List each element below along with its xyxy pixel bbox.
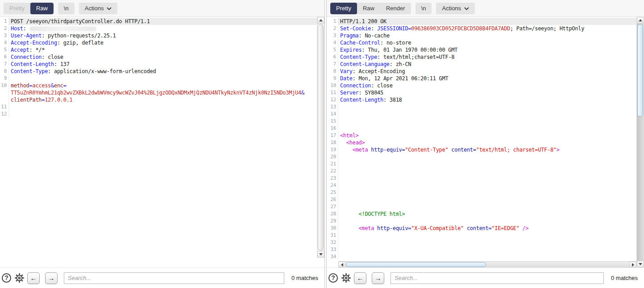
code-line: 31 bbox=[327, 232, 636, 239]
response-horizontal-scrollbar[interactable] bbox=[338, 261, 636, 267]
code-text: Content-Language: zh-CN bbox=[338, 61, 636, 68]
code-line: 2Host: bbox=[0, 25, 317, 32]
code-text: Host: bbox=[9, 25, 317, 32]
code-text bbox=[338, 103, 636, 111]
line-number: 15 bbox=[327, 118, 338, 125]
response-hscrollbar-thumb[interactable] bbox=[346, 262, 486, 267]
scroll-up-button[interactable] bbox=[637, 17, 644, 24]
response-search-bar: ? ← → 0 matches bbox=[327, 267, 644, 288]
code-text bbox=[338, 246, 636, 253]
arrow-right-icon: → bbox=[48, 274, 55, 282]
response-view-mode-group: Pretty Raw Render bbox=[330, 3, 411, 14]
code-line: 3User-Agent: python-requests/2.25.1 bbox=[0, 32, 317, 39]
code-text: Server: SY8045 bbox=[338, 89, 636, 96]
code-line: 30 <meta http-equiv="X-UA-Compatible" co… bbox=[327, 225, 636, 232]
help-icon[interactable]: ? bbox=[2, 273, 11, 283]
previous-match-button[interactable]: ← bbox=[27, 272, 40, 284]
triangle-left-icon bbox=[341, 263, 343, 267]
request-view-mode-group: Pretty Raw bbox=[4, 3, 54, 14]
line-number: 21 bbox=[327, 160, 338, 168]
help-icon[interactable]: ? bbox=[328, 273, 338, 283]
code-line: 16 bbox=[327, 125, 636, 132]
request-scrollbar-thumb[interactable] bbox=[318, 24, 324, 251]
request-raw-button[interactable]: Raw bbox=[30, 3, 54, 14]
code-line: 17<html> bbox=[327, 132, 636, 139]
request-search-input[interactable] bbox=[64, 272, 284, 284]
line-number: 30 bbox=[327, 225, 338, 232]
gear-icon[interactable] bbox=[14, 273, 25, 284]
line-number: 32 bbox=[327, 239, 338, 246]
code-line: 20 bbox=[327, 153, 636, 160]
scroll-left-button[interactable] bbox=[338, 262, 345, 267]
line-number bbox=[0, 89, 9, 96]
request-editor-lines: 1POST /seeyon/thirdpartyController.do HT… bbox=[0, 18, 317, 118]
code-text bbox=[338, 189, 636, 196]
code-line: 6Content-Type: text/html;charset=UTF-8 bbox=[327, 53, 636, 61]
spacer bbox=[0, 258, 324, 267]
line-number: 11 bbox=[327, 89, 338, 96]
code-line: 12Content-Length: 3818 bbox=[327, 96, 636, 103]
response-vertical-scrollbar[interactable] bbox=[636, 17, 644, 267]
code-text: Content-Length: 137 bbox=[9, 61, 317, 68]
request-newline-toggle-button[interactable]: \n bbox=[58, 3, 75, 14]
code-line: 11Server: SY8045 bbox=[327, 89, 636, 96]
code-text: POST /seeyon/thirdpartyController.do HTT… bbox=[9, 18, 317, 25]
request-actions-label: Actions bbox=[85, 5, 104, 12]
line-number: 31 bbox=[327, 232, 338, 239]
code-line: 8Vary: Accept-Encoding bbox=[327, 68, 636, 75]
chevron-down-icon bbox=[464, 5, 469, 12]
code-line: 22 bbox=[327, 168, 636, 175]
code-line: 3Pragma: No-cache bbox=[327, 32, 636, 39]
response-search-input[interactable] bbox=[391, 272, 604, 284]
code-line: 5Expires: Thu, 01 Jan 1970 00:00:00 GMT bbox=[327, 46, 636, 53]
code-line: 25 bbox=[327, 189, 636, 196]
line-number: 3 bbox=[0, 32, 9, 39]
code-line: 12 bbox=[0, 111, 317, 118]
code-text bbox=[338, 153, 636, 160]
request-vertical-scrollbar[interactable] bbox=[317, 17, 324, 258]
chevron-down-icon bbox=[107, 5, 112, 12]
code-text: clientPath=127.0.0.1 bbox=[9, 96, 317, 103]
line-number: 1 bbox=[327, 18, 338, 25]
code-text: <!DOCTYPE html> bbox=[338, 210, 636, 218]
code-line: 1POST /seeyon/thirdpartyController.do HT… bbox=[0, 18, 317, 25]
code-text bbox=[338, 232, 636, 239]
response-raw-button[interactable]: Raw bbox=[357, 3, 380, 14]
scroll-up-button[interactable] bbox=[317, 17, 324, 24]
code-text bbox=[338, 175, 636, 182]
code-text: Set-Cookie: JSESSIONID=096386903CD052FDC… bbox=[338, 25, 636, 32]
line-number: 26 bbox=[327, 196, 338, 203]
code-text: Accept: */* bbox=[9, 46, 317, 53]
response-actions-button[interactable]: Actions bbox=[436, 3, 475, 14]
scroll-down-button[interactable] bbox=[637, 261, 644, 267]
response-toolbar: Pretty Raw Render \n Actions bbox=[327, 0, 644, 17]
code-text: TT5uZnR0YmhmL21qb2wvZXBkL2dwbWVmcy9wcWZv… bbox=[9, 89, 317, 96]
code-text: Accept-Encoding: gzip, deflate bbox=[9, 39, 317, 46]
code-line: 18 <head> bbox=[327, 139, 636, 146]
line-number: 25 bbox=[327, 189, 338, 196]
code-text: Content-Type: text/html;charset=UTF-8 bbox=[338, 53, 636, 61]
next-match-button[interactable]: → bbox=[45, 272, 58, 284]
code-text bbox=[338, 168, 636, 175]
next-match-button[interactable]: → bbox=[372, 272, 384, 284]
request-pretty-button[interactable]: Pretty bbox=[4, 3, 30, 14]
response-render-button[interactable]: Render bbox=[380, 3, 411, 14]
previous-match-button[interactable]: ← bbox=[354, 272, 366, 284]
line-number: 8 bbox=[327, 68, 338, 75]
scroll-right-button[interactable] bbox=[629, 262, 636, 267]
response-editor[interactable]: 1HTTP/1.1 200 OK2Set-Cookie: JSESSIONID=… bbox=[327, 17, 644, 267]
code-text bbox=[338, 182, 636, 189]
code-line: 24 bbox=[327, 182, 636, 189]
code-line: 14 bbox=[327, 111, 636, 118]
request-actions-button[interactable]: Actions bbox=[79, 3, 118, 14]
line-number: 14 bbox=[327, 111, 338, 118]
request-editor[interactable]: 1POST /seeyon/thirdpartyController.do HT… bbox=[0, 17, 324, 258]
scroll-down-button[interactable] bbox=[317, 251, 324, 258]
response-pretty-button[interactable]: Pretty bbox=[330, 3, 357, 14]
line-number: 5 bbox=[0, 46, 9, 53]
line-number: 17 bbox=[327, 132, 338, 139]
response-scrollbar-thumb[interactable] bbox=[637, 24, 643, 117]
response-newline-toggle-button[interactable]: \n bbox=[415, 3, 432, 14]
gear-icon[interactable] bbox=[341, 273, 351, 284]
code-text bbox=[338, 160, 636, 168]
